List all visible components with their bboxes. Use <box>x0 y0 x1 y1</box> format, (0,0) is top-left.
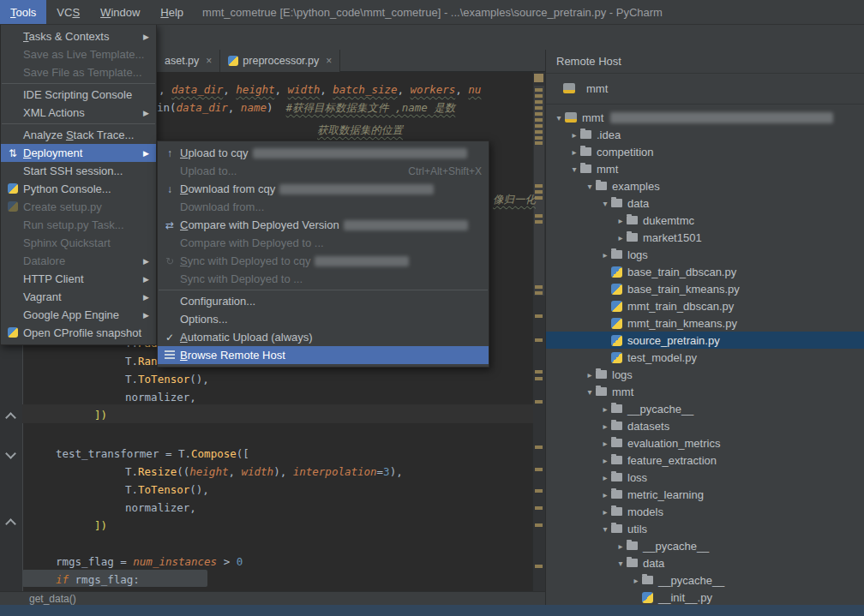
tools-menu-item-http-client[interactable]: HTTP Client▶ <box>1 270 156 288</box>
menubar-item-vcs[interactable]: VCS <box>46 0 90 24</box>
chevron-right-icon[interactable]: ▸ <box>599 456 611 465</box>
tree-item-base-train-dbscan-py[interactable]: base_train_dbscan.py <box>546 263 864 280</box>
editor-error-stripe[interactable] <box>532 72 545 591</box>
chevron-down-icon[interactable]: ▾ <box>615 559 627 568</box>
code-line[interactable]: 获取数据集的位置 <box>317 121 403 139</box>
code-line[interactable]: ]) <box>94 406 107 424</box>
chevron-right-icon[interactable]: ▸ <box>630 576 642 585</box>
tools-menu-item-tasks-contexts[interactable]: Tasks & Contexts▶ <box>1 27 156 45</box>
chevron-right-icon[interactable]: ▸ <box>599 490 611 499</box>
chevron-down-icon[interactable]: ▾ <box>599 199 611 208</box>
code-line[interactable]: T.ToTensor(), <box>125 481 209 499</box>
breadcrumb-item[interactable]: get_data() <box>29 593 76 605</box>
deployment-menu-item-sync-with-deployed-to-cqy[interactable]: ↻Sync with Deployed to cqy <box>158 252 489 270</box>
close-icon[interactable]: × <box>326 55 332 67</box>
tree-item-mmt-train-kmeans-py[interactable]: mmt_train_kmeans.py <box>546 314 864 332</box>
tree-item-init-py[interactable]: __init__.py <box>546 589 864 605</box>
menubar-item-help[interactable]: Help <box>150 0 194 24</box>
tree-item-loss[interactable]: ▸loss <box>546 469 864 486</box>
tree-item-logs[interactable]: ▸logs <box>546 246 864 263</box>
breadcrumb[interactable]: get_data() <box>0 591 545 605</box>
chevron-down-icon[interactable]: ▾ <box>599 524 611 534</box>
tools-menu-item-create-setup-py[interactable]: Create setup.py <box>1 198 156 216</box>
tree-item-models[interactable]: ▸models <box>546 503 864 520</box>
tools-menu-item-save-as-live-template[interactable]: Save as Live Template... <box>1 45 156 63</box>
tools-menu-item-run-setup-py-task[interactable]: Run setup.py Task... <box>1 216 156 234</box>
tree-item-base-train-kmeans-py[interactable]: base_train_kmeans.py <box>546 280 864 297</box>
tools-menu-item-save-file-as-template[interactable]: Save File as Template... <box>1 63 156 81</box>
code-line[interactable]: 像归一化 <box>493 190 536 208</box>
remote-host-combo[interactable]: mmt <box>546 73 864 105</box>
chevron-right-icon[interactable]: ▸ <box>599 507 611 517</box>
deployment-menu-item-automatic-upload-always[interactable]: ✓Automatic Upload (always) <box>158 328 489 346</box>
deployment-menu-item-download-from[interactable]: Download from... <box>158 198 489 216</box>
chevron-down-icon[interactable]: ▾ <box>584 182 596 191</box>
chevron-right-icon[interactable]: ▸ <box>615 216 627 225</box>
deployment-menu-item-download-from-cqy[interactable]: ↓Download from cqy <box>158 180 489 198</box>
tools-menu-item-open-cprofile-snapshot[interactable]: Open CProfile snapshot <box>1 324 156 342</box>
tree-item-logs[interactable]: ▸logs <box>546 366 864 383</box>
deployment-menu-item-browse-remote-host[interactable]: Browse Remote Host <box>158 346 489 364</box>
code-line[interactable]: normalizer, <box>125 388 196 406</box>
tools-menu-item-python-console[interactable]: Python Console... <box>1 180 156 198</box>
editor-tab-preprocessor-py[interactable]: preprocessor.py× <box>220 50 340 72</box>
tools-menu-item-datalore[interactable]: Datalore▶ <box>1 252 156 270</box>
tree-item-feature-extraction[interactable]: ▸feature_extraction <box>546 452 864 469</box>
tree-item-test-model-py[interactable]: test_model.py <box>546 349 864 366</box>
chevron-right-icon[interactable]: ▸ <box>615 233 627 242</box>
deployment-menu-item-compare-with-deployed-to[interactable]: Compare with Deployed to ... <box>158 234 489 252</box>
tree-item-pycache[interactable]: ▸__pycache__ <box>546 571 864 589</box>
tree-item-utils[interactable]: ▾utils <box>546 520 864 537</box>
tools-menu-item-xml-actions[interactable]: XML Actions▶ <box>1 104 156 122</box>
deployment-menu-item-compare-with-deployed-version[interactable]: ⇄Compare with Deployed Version <box>158 216 489 234</box>
deployment-menu-item-upload-to-cqy[interactable]: ↑Upload to cqy <box>158 144 489 162</box>
chevron-down-icon[interactable]: ▾ <box>568 164 580 174</box>
deployment-menu-item-options[interactable]: Options... <box>158 310 489 328</box>
chevron-right-icon[interactable]: ▸ <box>599 473 611 482</box>
chevron-right-icon[interactable]: ▸ <box>568 147 580 157</box>
code-line[interactable]: in(data_dir, name) #获得目标数据集文件 ,name 是数 <box>157 99 455 117</box>
code-line[interactable]: , data_dir, height, width, batch_size, w… <box>159 81 481 99</box>
tools-menu-item-google-app-engine[interactable]: Google App Engine▶ <box>1 306 156 324</box>
code-line[interactable]: normalizer, <box>125 499 196 517</box>
menubar-item-window[interactable]: Window <box>90 0 150 24</box>
chevron-right-icon[interactable]: ▸ <box>599 422 611 431</box>
tree-item-mmt[interactable]: ▾mmt <box>546 160 864 177</box>
tree-item-source-pretrain-py[interactable]: source_pretrain.py <box>546 332 864 349</box>
tree-item-evaluation-metrics[interactable]: ▸evaluation_metrics <box>546 434 864 452</box>
menubar-item-tools[interactable]: Tools <box>0 0 46 24</box>
chevron-right-icon[interactable]: ▸ <box>599 404 611 414</box>
tools-menu-item-deployment[interactable]: ⇅Deployment▶ <box>1 144 156 162</box>
tree-item-pycache[interactable]: ▸__pycache__ <box>546 537 864 554</box>
tree-item-dukemtmc[interactable]: ▸dukemtmc <box>546 212 864 229</box>
tree-item-metric-learning[interactable]: ▸metric_learning <box>546 486 864 503</box>
editor-tab-aset-py[interactable]: aset.py× <box>157 50 220 72</box>
tree-item-examples[interactable]: ▾examples <box>546 177 864 194</box>
tree-item-mmt[interactable]: ▾mmt <box>546 109 864 126</box>
code-line[interactable]: ]) <box>94 517 107 535</box>
deployment-menu-item-sync-with-deployed-to[interactable]: Sync with Deployed to ... <box>158 270 489 288</box>
code-line[interactable]: rmgs_flag = num_instances > 0 <box>56 553 243 571</box>
tools-menu-item-sphinx-quickstart[interactable]: Sphinx Quickstart <box>1 234 156 252</box>
tree-item-market1501[interactable]: ▸market1501 <box>546 229 864 246</box>
tree-item-idea[interactable]: ▸.idea <box>546 126 864 143</box>
tree-item-data[interactable]: ▾data <box>546 194 864 212</box>
tools-menu-item-vagrant[interactable]: Vagrant▶ <box>1 288 156 306</box>
code-line[interactable]: test_transformer = T.Compose([ <box>56 445 249 463</box>
deployment-menu-item-upload-to[interactable]: Upload to...Ctrl+Alt+Shift+X <box>158 162 489 180</box>
fold-marker-icon[interactable] <box>5 448 16 459</box>
tools-menu-item-start-ssh-session[interactable]: Start SSH session... <box>1 162 156 180</box>
code-line[interactable]: T.Resize((height, width), interpolation=… <box>125 463 403 481</box>
chevron-down-icon[interactable]: ▾ <box>584 387 596 397</box>
chevron-right-icon[interactable]: ▸ <box>568 130 580 140</box>
tree-item-mmt-train-dbscan-py[interactable]: mmt_train_dbscan.py <box>546 297 864 314</box>
deployment-menu-item-configuration[interactable]: Configuration... <box>158 292 489 310</box>
fold-marker-icon[interactable] <box>5 412 16 423</box>
chevron-down-icon[interactable]: ▾ <box>553 113 565 123</box>
close-icon[interactable]: × <box>206 55 212 67</box>
chevron-right-icon[interactable]: ▸ <box>599 439 611 448</box>
fold-marker-icon[interactable] <box>5 518 16 529</box>
tools-menu-item-analyze-stack-trace[interactable]: Analyze Stack Trace... <box>1 126 156 144</box>
tree-item-data[interactable]: ▾data <box>546 554 864 571</box>
chevron-right-icon[interactable]: ▸ <box>615 541 627 551</box>
